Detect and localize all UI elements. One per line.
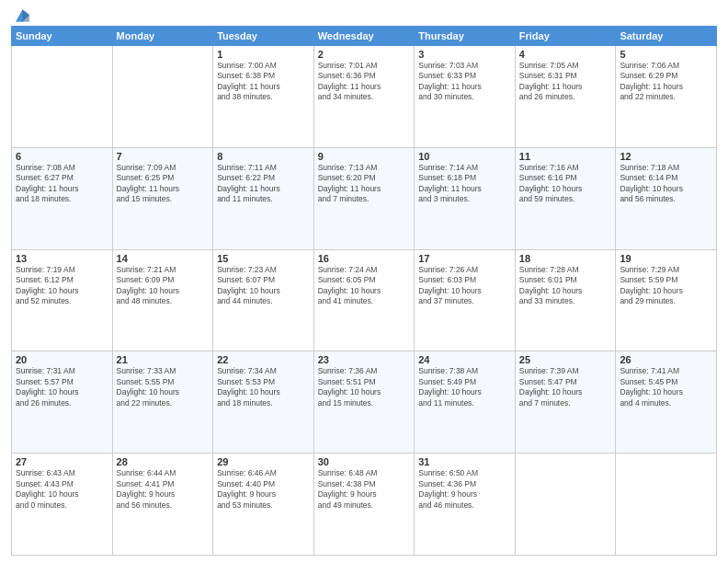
calendar-cell: 6Sunrise: 7:08 AM Sunset: 6:27 PM Daylig… [12,147,113,249]
day-info: Sunrise: 7:24 AM Sunset: 6:05 PM Dayligh… [318,265,381,305]
calendar-cell: 22Sunrise: 7:34 AM Sunset: 5:53 PM Dayli… [213,351,314,454]
day-number: 14 [117,253,210,264]
day-number: 17 [418,253,511,264]
day-info: Sunrise: 7:06 AM Sunset: 6:29 PM Dayligh… [620,61,683,101]
day-info: Sunrise: 7:03 AM Sunset: 6:33 PM Dayligh… [418,61,482,101]
calendar-cell: 29Sunrise: 6:46 AM Sunset: 4:40 PM Dayli… [213,454,314,556]
weekday-header-row: SundayMondayTuesdayWednesdayThursdayFrid… [12,27,717,46]
day-number: 19 [620,253,712,264]
calendar-cell [515,454,616,556]
svg-marker-1 [23,9,30,22]
day-number: 26 [620,354,712,365]
week-row-2: 6Sunrise: 7:08 AM Sunset: 6:27 PM Daylig… [12,147,717,249]
day-info: Sunrise: 6:43 AM Sunset: 4:43 PM Dayligh… [16,468,79,509]
day-info: Sunrise: 6:50 AM Sunset: 4:36 PM Dayligh… [418,468,478,509]
day-number: 31 [418,456,511,467]
day-info: Sunrise: 7:31 AM Sunset: 5:57 PM Dayligh… [16,366,79,407]
page: SundayMondayTuesdayWednesdayThursdayFrid… [0,0,728,563]
day-number: 7 [117,151,210,162]
calendar-cell: 18Sunrise: 7:28 AM Sunset: 6:01 PM Dayli… [515,249,616,351]
weekday-saturday: Saturday [616,27,717,46]
week-row-4: 20Sunrise: 7:31 AM Sunset: 5:57 PM Dayli… [12,351,717,454]
calendar-cell: 15Sunrise: 7:23 AM Sunset: 6:07 PM Dayli… [213,249,314,351]
day-number: 21 [117,354,210,365]
calendar-cell: 2Sunrise: 7:01 AM Sunset: 6:36 PM Daylig… [313,46,415,148]
calendar-cell: 23Sunrise: 7:36 AM Sunset: 5:51 PM Dayli… [313,351,415,454]
day-info: Sunrise: 7:38 AM Sunset: 5:49 PM Dayligh… [418,366,482,407]
calendar-cell: 3Sunrise: 7:03 AM Sunset: 6:33 PM Daylig… [415,46,516,148]
day-number: 10 [418,151,511,162]
calendar-cell [12,46,113,148]
calendar-cell: 31Sunrise: 6:50 AM Sunset: 4:36 PM Dayli… [415,454,516,556]
day-number: 23 [318,354,411,365]
day-number: 27 [16,456,108,467]
calendar-cell: 9Sunrise: 7:13 AM Sunset: 6:20 PM Daylig… [313,147,415,249]
day-info: Sunrise: 7:18 AM Sunset: 6:14 PM Dayligh… [620,163,683,203]
logo-icon [13,9,29,22]
day-info: Sunrise: 7:34 AM Sunset: 5:53 PM Dayligh… [217,366,280,407]
day-info: Sunrise: 7:21 AM Sunset: 6:09 PM Dayligh… [117,265,180,305]
day-info: Sunrise: 7:36 AM Sunset: 5:51 PM Dayligh… [318,366,381,407]
calendar-cell: 14Sunrise: 7:21 AM Sunset: 6:09 PM Dayli… [112,249,213,351]
calendar-cell: 30Sunrise: 6:48 AM Sunset: 4:38 PM Dayli… [313,454,415,556]
day-info: Sunrise: 6:48 AM Sunset: 4:38 PM Dayligh… [318,468,378,509]
calendar-cell: 1Sunrise: 7:00 AM Sunset: 6:38 PM Daylig… [213,46,314,148]
day-info: Sunrise: 7:05 AM Sunset: 6:31 PM Dayligh… [519,61,583,101]
day-number: 11 [519,151,612,162]
day-info: Sunrise: 7:29 AM Sunset: 5:59 PM Dayligh… [620,265,683,305]
weekday-wednesday: Wednesday [313,27,415,46]
calendar-cell: 12Sunrise: 7:18 AM Sunset: 6:14 PM Dayli… [616,147,717,249]
logo [11,9,29,22]
day-number: 25 [519,354,612,365]
calendar-cell: 20Sunrise: 7:31 AM Sunset: 5:57 PM Dayli… [12,351,113,454]
day-info: Sunrise: 7:11 AM Sunset: 6:22 PM Dayligh… [217,163,280,203]
weekday-sunday: Sunday [12,27,113,46]
day-info: Sunrise: 6:44 AM Sunset: 4:41 PM Dayligh… [117,468,176,509]
calendar-cell: 17Sunrise: 7:26 AM Sunset: 6:03 PM Dayli… [415,249,516,351]
calendar-cell: 24Sunrise: 7:38 AM Sunset: 5:49 PM Dayli… [415,351,516,454]
day-number: 20 [16,354,108,365]
day-number: 24 [418,354,511,365]
calendar-cell: 8Sunrise: 7:11 AM Sunset: 6:22 PM Daylig… [213,147,314,249]
day-number: 16 [318,253,411,264]
calendar: SundayMondayTuesdayWednesdayThursdayFrid… [11,26,717,556]
day-info: Sunrise: 7:01 AM Sunset: 6:36 PM Dayligh… [318,61,381,101]
day-number: 3 [418,49,511,60]
weekday-tuesday: Tuesday [213,27,314,46]
week-row-1: 1Sunrise: 7:00 AM Sunset: 6:38 PM Daylig… [12,46,717,148]
calendar-cell: 7Sunrise: 7:09 AM Sunset: 6:25 PM Daylig… [112,147,213,249]
day-info: Sunrise: 7:09 AM Sunset: 6:25 PM Dayligh… [117,163,180,203]
day-number: 12 [620,151,712,162]
weekday-friday: Friday [515,27,616,46]
day-number: 1 [217,49,310,60]
day-info: Sunrise: 7:19 AM Sunset: 6:12 PM Dayligh… [16,265,79,305]
day-number: 9 [318,151,411,162]
day-info: Sunrise: 7:08 AM Sunset: 6:27 PM Dayligh… [16,163,79,203]
calendar-cell: 25Sunrise: 7:39 AM Sunset: 5:47 PM Dayli… [515,351,616,454]
day-info: Sunrise: 7:39 AM Sunset: 5:47 PM Dayligh… [519,366,583,407]
day-number: 5 [620,49,712,60]
day-number: 15 [217,253,310,264]
day-number: 28 [117,456,210,467]
week-row-3: 13Sunrise: 7:19 AM Sunset: 6:12 PM Dayli… [12,249,717,351]
day-number: 30 [318,456,411,467]
day-info: Sunrise: 7:00 AM Sunset: 6:38 PM Dayligh… [217,61,280,101]
calendar-cell: 27Sunrise: 6:43 AM Sunset: 4:43 PM Dayli… [12,454,113,556]
calendar-cell: 11Sunrise: 7:16 AM Sunset: 6:16 PM Dayli… [515,147,616,249]
day-info: Sunrise: 7:28 AM Sunset: 6:01 PM Dayligh… [519,265,583,305]
calendar-cell: 16Sunrise: 7:24 AM Sunset: 6:05 PM Dayli… [313,249,415,351]
day-number: 18 [519,253,612,264]
day-number: 4 [519,49,612,60]
calendar-cell: 4Sunrise: 7:05 AM Sunset: 6:31 PM Daylig… [515,46,616,148]
day-info: Sunrise: 7:13 AM Sunset: 6:20 PM Dayligh… [318,163,381,203]
calendar-cell: 5Sunrise: 7:06 AM Sunset: 6:29 PM Daylig… [616,46,717,148]
calendar-cell: 26Sunrise: 7:41 AM Sunset: 5:45 PM Dayli… [616,351,717,454]
day-info: Sunrise: 7:33 AM Sunset: 5:55 PM Dayligh… [117,366,180,407]
day-info: Sunrise: 7:23 AM Sunset: 6:07 PM Dayligh… [217,265,280,305]
calendar-cell [616,454,717,556]
day-info: Sunrise: 7:16 AM Sunset: 6:16 PM Dayligh… [519,163,583,203]
day-number: 29 [217,456,310,467]
weekday-monday: Monday [112,27,213,46]
calendar-cell: 28Sunrise: 6:44 AM Sunset: 4:41 PM Dayli… [112,454,213,556]
day-number: 2 [318,49,411,60]
